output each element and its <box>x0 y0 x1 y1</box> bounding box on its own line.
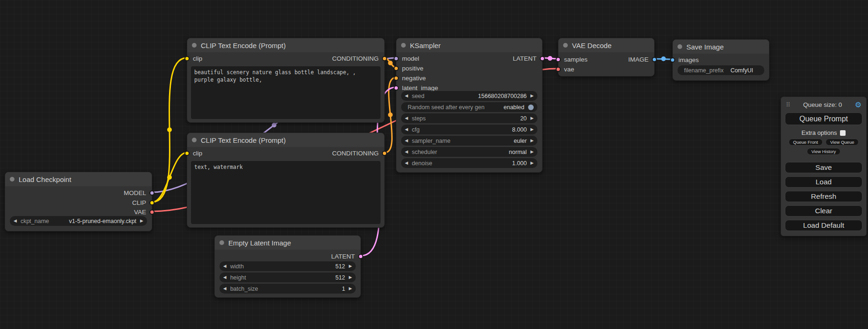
widget-cfg[interactable]: ◀ cfg 8.000 ▶ <box>401 125 537 134</box>
decrement-arrow-icon[interactable]: ◀ <box>405 139 408 143</box>
decrement-arrow-icon[interactable]: ◀ <box>405 161 408 165</box>
increment-arrow-icon[interactable]: ▶ <box>530 94 534 98</box>
collapse-toggle[interactable] <box>10 177 14 182</box>
increment-arrow-icon[interactable]: ▶ <box>530 150 534 154</box>
output-port-latent[interactable] <box>540 56 545 61</box>
decrement-arrow-icon[interactable]: ◀ <box>405 116 408 120</box>
node-empty-latent-image[interactable]: Empty Latent Image LATENT ◀ width 512 ▶ … <box>214 235 361 298</box>
settings-gear-icon[interactable]: ⚙ <box>855 100 861 109</box>
node-title-bar[interactable]: CLIP Text Encode (Prompt) <box>187 133 384 147</box>
widget-ckpt-name[interactable]: ◀ ckpt_name v1-5-pruned-emaonly.ckpt ▶ <box>10 216 147 226</box>
increment-arrow-icon[interactable]: ▶ <box>530 116 534 120</box>
save-button[interactable]: Save <box>785 162 862 173</box>
decrement-arrow-icon[interactable]: ◀ <box>223 275 226 280</box>
widget-label: scheduler <box>412 149 437 155</box>
decrement-arrow-icon[interactable]: ◀ <box>405 94 408 98</box>
node-title-bar[interactable]: KSampler <box>396 38 542 52</box>
increment-arrow-icon[interactable]: ▶ <box>349 275 352 280</box>
collapse-toggle[interactable] <box>401 43 406 48</box>
node-clip-text-encode-positive[interactable]: CLIP Text Encode (Prompt) clip CONDITION… <box>187 38 385 123</box>
node-title-bar[interactable]: VAE Decode <box>558 38 654 52</box>
increment-arrow-icon[interactable]: ▶ <box>140 219 143 223</box>
extra-options-checkbox[interactable] <box>840 130 846 136</box>
node-title-bar[interactable]: Save Image <box>673 40 769 54</box>
toggle-knob[interactable] <box>528 105 534 110</box>
input-port-negative[interactable] <box>394 76 399 81</box>
wire-latent-out-midpoint <box>548 56 552 61</box>
refresh-button[interactable]: Refresh <box>785 191 862 202</box>
output-port-image[interactable] <box>652 57 657 62</box>
widget-value: 512 <box>335 274 345 281</box>
output-port-conditioning[interactable] <box>382 56 387 61</box>
increment-arrow-icon[interactable]: ▶ <box>349 264 352 268</box>
output-port-model[interactable] <box>149 190 155 196</box>
extra-options-label: Extra options <box>802 129 837 136</box>
increment-arrow-icon[interactable]: ▶ <box>349 287 352 291</box>
clear-button[interactable]: Clear <box>785 205 862 217</box>
input-port-positive[interactable] <box>394 66 399 71</box>
node-title-bar[interactable]: CLIP Text Encode (Prompt) <box>187 38 384 52</box>
node-ksampler[interactable]: KSampler model positive negative latent_… <box>396 38 543 173</box>
input-label: vae <box>564 66 574 73</box>
decrement-arrow-icon[interactable]: ◀ <box>223 287 226 291</box>
widget-sampler-name[interactable]: ◀ sampler_name euler ▶ <box>401 136 537 146</box>
view-queue-button[interactable]: View Queue <box>826 139 859 146</box>
collapse-toggle[interactable] <box>219 240 224 245</box>
decrement-arrow-icon[interactable]: ◀ <box>223 264 226 268</box>
increment-arrow-icon[interactable]: ▶ <box>530 127 534 132</box>
prompt-textarea[interactable]: beautiful scenery nature glass bottle la… <box>191 66 381 119</box>
input-label: samples <box>564 56 587 63</box>
widget-steps[interactable]: ◀ steps 20 ▶ <box>401 113 537 123</box>
comfy-menu-panel[interactable]: ⠿ Queue size: 0 ⚙ Queue Prompt Extra opt… <box>781 97 867 236</box>
decrement-arrow-icon[interactable]: ◀ <box>405 127 408 132</box>
decrement-arrow-icon[interactable]: ◀ <box>14 219 17 223</box>
output-port-conditioning[interactable] <box>382 151 387 156</box>
input-port-clip[interactable] <box>184 151 190 156</box>
view-history-button[interactable]: View History <box>807 148 841 155</box>
node-title: Empty Latent Image <box>228 239 291 247</box>
input-slot-clip: clip <box>184 54 202 63</box>
collapse-toggle[interactable] <box>192 138 197 142</box>
input-port-samples[interactable] <box>556 57 561 62</box>
output-port-latent[interactable] <box>358 254 363 259</box>
node-vae-decode[interactable]: VAE Decode samples vae IMAGE <box>558 38 655 77</box>
widget-height[interactable]: ◀ height 512 ▶ <box>219 273 356 282</box>
load-default-button[interactable]: Load Default <box>785 220 862 231</box>
input-port-vae[interactable] <box>556 67 561 72</box>
collapse-toggle[interactable] <box>563 43 568 48</box>
widget-batch-size[interactable]: ◀ batch_size 1 ▶ <box>219 284 356 294</box>
widget-label: seed <box>412 93 424 99</box>
node-title-bar[interactable]: Load Checkpoint <box>5 172 152 186</box>
widget-label: ckpt_name <box>21 218 49 224</box>
increment-arrow-icon[interactable]: ▶ <box>530 139 534 143</box>
input-port-clip[interactable] <box>184 56 190 61</box>
collapse-toggle[interactable] <box>192 43 197 48</box>
widget-filename-prefix[interactable]: filename_prefix ComfyUI <box>677 65 764 75</box>
output-port-clip[interactable] <box>149 200 155 205</box>
widget-scheduler[interactable]: ◀ scheduler normal ▶ <box>401 147 537 157</box>
collapse-toggle[interactable] <box>677 44 682 49</box>
input-port-images[interactable] <box>670 57 675 63</box>
node-save-image[interactable]: Save Image images filename_prefix ComfyU… <box>672 39 769 81</box>
input-port-model[interactable] <box>394 56 399 61</box>
widget-denoise[interactable]: ◀ denoise 1.000 ▶ <box>401 158 537 168</box>
input-slot-clip: clip <box>184 148 202 158</box>
widget-width[interactable]: ◀ width 512 ▶ <box>219 261 356 271</box>
widget-random-seed[interactable]: Random seed after every gen enabled <box>401 102 537 112</box>
output-label: VAE <box>134 209 146 216</box>
increment-arrow-icon[interactable]: ▶ <box>530 161 534 165</box>
graph-canvas[interactable]: { "icons": { "arrow_left": "◀", "arrow_r… <box>0 0 868 329</box>
queue-front-button[interactable]: Queue Front <box>789 139 823 146</box>
load-button[interactable]: Load <box>785 176 862 188</box>
prompt-textarea[interactable]: text, watermark <box>191 161 381 224</box>
decrement-arrow-icon[interactable]: ◀ <box>405 150 408 154</box>
output-port-vae[interactable] <box>149 210 155 215</box>
widget-value: 1.000 <box>512 160 527 167</box>
widget-seed[interactable]: ◀ seed 156680208700286 ▶ <box>401 91 537 101</box>
node-title-bar[interactable]: Empty Latent Image <box>215 236 360 250</box>
queue-prompt-button[interactable]: Queue Prompt <box>785 112 862 125</box>
drag-handle-icon[interactable]: ⠿ <box>786 101 790 108</box>
node-load-checkpoint[interactable]: Load Checkpoint MODEL CLIP VAE ◀ ckpt_na… <box>5 172 152 231</box>
node-clip-text-encode-negative[interactable]: CLIP Text Encode (Prompt) clip CONDITION… <box>187 133 385 228</box>
input-port-latent-image[interactable] <box>394 85 399 91</box>
